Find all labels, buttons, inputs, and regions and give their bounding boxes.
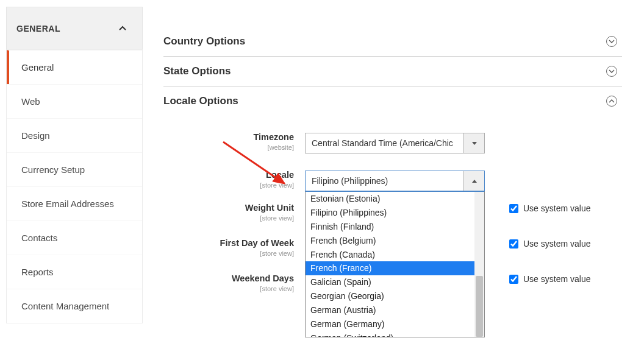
section-title: Country Options — [163, 35, 245, 48]
field-label-text: First Day of Week — [220, 238, 294, 248]
use-system-value-checkbox[interactable] — [509, 239, 518, 249]
field-label: First Day of Week [store view] — [163, 239, 305, 257]
field-locale: Locale [store view] Filipino (Philippine… — [163, 171, 622, 191]
locale-option[interactable]: French (Belgium) — [306, 234, 484, 248]
field-label: Locale [store view] — [163, 171, 305, 189]
field-label: Weight Unit [store view] — [163, 203, 305, 222]
locale-options-form: Timezone [website] Central Standard Time… — [163, 133, 622, 292]
timezone-select[interactable]: Central Standard Time (America/Chic — [305, 133, 485, 153]
use-system-value[interactable]: Use system value — [509, 274, 590, 284]
chevron-up-icon — [606, 96, 617, 107]
chevron-up-icon — [463, 171, 484, 191]
locale-option[interactable]: Finnish (Finland) — [306, 220, 484, 234]
svg-marker-0 — [472, 142, 477, 145]
field-scope: [store view] — [163, 182, 294, 189]
sidebar-item-currency-setup[interactable]: Currency Setup — [7, 152, 142, 186]
config-sidebar: GENERAL General Web Design Currency Setu… — [6, 7, 143, 323]
locale-option[interactable]: French (Canada) — [306, 248, 484, 262]
field-timezone: Timezone [website] Central Standard Time… — [163, 133, 622, 153]
locale-option[interactable]: Georgian (Georgia) — [306, 289, 484, 303]
scrollbar-thumb[interactable] — [476, 276, 483, 337]
field-label-text: Weekend Days — [232, 273, 294, 283]
use-system-value-label: Use system value — [523, 274, 590, 284]
sidebar-section-header[interactable]: GENERAL — [6, 7, 143, 49]
field-scope: [store view] — [163, 214, 294, 222]
field-label-text: Weight Unit — [245, 203, 294, 213]
use-system-value-label: Use system value — [523, 203, 590, 213]
field-label-text: Locale — [266, 170, 294, 180]
sidebar-item-label: Web — [21, 96, 40, 107]
chevron-down-icon — [606, 66, 617, 77]
section-locale-options[interactable]: Locale Options — [163, 86, 622, 116]
locale-option[interactable]: German (Switzerland) — [306, 331, 484, 337]
sidebar-item-design[interactable]: Design — [7, 118, 142, 152]
chevron-down-icon — [463, 133, 484, 153]
use-system-value-label: Use system value — [523, 239, 590, 249]
sidebar-item-label: Design — [21, 130, 50, 141]
chevron-up-icon — [116, 23, 129, 35]
locale-option[interactable]: German (Austria) — [306, 303, 484, 317]
locale-option[interactable]: French (France) — [306, 261, 484, 275]
section-country-options[interactable]: Country Options — [163, 27, 622, 57]
select-value: Filipino (Philippines) — [306, 171, 463, 191]
section-state-options[interactable]: State Options — [163, 57, 622, 86]
use-system-value[interactable]: Use system value — [509, 239, 590, 249]
scrollbar[interactable] — [474, 192, 484, 337]
field-scope: [store view] — [163, 285, 294, 292]
field-label-text: Timezone — [253, 132, 294, 142]
sidebar-item-label: Store Email Addresses — [21, 199, 114, 209]
locale-select[interactable]: Filipino (Philippines) — [305, 171, 485, 191]
sidebar-item-content-management[interactable]: Content Management — [7, 289, 142, 323]
locale-option[interactable]: German (Germany) — [306, 317, 484, 331]
select-value: Central Standard Time (America/Chic — [306, 133, 463, 153]
sidebar-item-general[interactable]: General — [7, 50, 142, 84]
sidebar-item-label: Reports — [21, 267, 54, 277]
sidebar-item-reports[interactable]: Reports — [7, 255, 142, 289]
sidebar-section-title: GENERAL — [16, 24, 60, 33]
sidebar-items: General Web Design Currency Setup Store … — [6, 49, 143, 323]
field-scope: [website] — [163, 144, 294, 151]
locale-dropdown[interactable]: Estonian (Estonia)Filipino (Philippines)… — [305, 191, 485, 337]
locale-option[interactable]: Estonian (Estonia) — [306, 192, 484, 206]
field-control: Central Standard Time (America/Chic — [305, 133, 485, 153]
svg-marker-1 — [472, 180, 477, 183]
sidebar-item-label: Currency Setup — [21, 164, 85, 175]
sidebar-item-contacts[interactable]: Contacts — [7, 220, 142, 255]
section-title: State Options — [163, 65, 231, 77]
field-label: Weekend Days [store view] — [163, 274, 305, 292]
config-main: Country Options State Options Locale Opt… — [163, 27, 622, 309]
sidebar-item-label: Content Management — [21, 301, 109, 311]
field-label: Timezone [website] — [163, 133, 305, 151]
sidebar-item-web[interactable]: Web — [7, 84, 142, 118]
sidebar-item-label: Contacts — [21, 233, 57, 243]
use-system-value-checkbox[interactable] — [509, 275, 518, 284]
locale-option[interactable]: Filipino (Philippines) — [306, 206, 484, 220]
field-scope: [store view] — [163, 250, 294, 257]
use-system-value-checkbox[interactable] — [509, 204, 518, 213]
locale-dropdown-list: Estonian (Estonia)Filipino (Philippines)… — [306, 192, 484, 337]
section-title: Locale Options — [163, 95, 238, 107]
use-system-value[interactable]: Use system value — [509, 203, 590, 213]
sidebar-item-label: General — [21, 62, 54, 72]
sidebar-item-store-email[interactable]: Store Email Addresses — [7, 186, 142, 220]
chevron-down-icon — [606, 36, 617, 47]
locale-option[interactable]: Galician (Spain) — [306, 275, 484, 289]
field-control: Filipino (Philippines) Estonian (Estonia… — [305, 171, 485, 191]
